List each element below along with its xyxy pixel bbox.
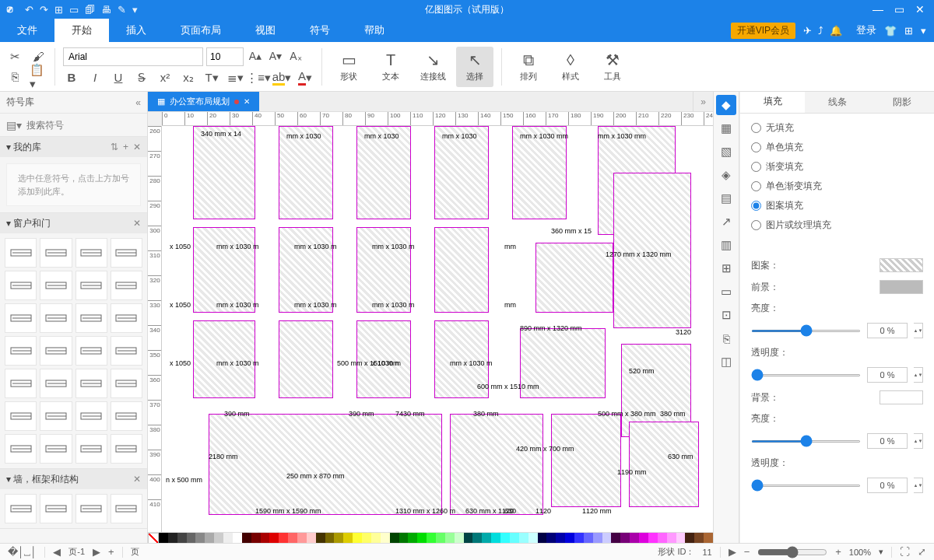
color-swatch[interactable] (195, 533, 205, 543)
color-swatch[interactable] (168, 533, 177, 543)
document-tab[interactable]: ▦ 办公室布局规划 ✕ (148, 92, 259, 111)
shape-thumb[interactable] (40, 369, 72, 398)
bold-icon[interactable]: B (63, 69, 80, 86)
floorplan-shape[interactable] (629, 422, 699, 507)
background-swatch[interactable] (880, 390, 923, 404)
fill-option-1[interactable]: 单色填充 (751, 141, 923, 154)
page-width-icon[interactable]: �│⎵│ (8, 546, 37, 558)
floorplan-shape[interactable] (193, 126, 255, 219)
color-swatch[interactable] (223, 533, 233, 543)
color-swatch[interactable] (685, 533, 694, 543)
floorplan-shape[interactable] (535, 243, 613, 313)
opacity2-spinner[interactable]: ▲▼ (914, 478, 923, 493)
shape-tool-button[interactable]: ▭形状 (330, 47, 367, 87)
menu-6[interactable]: 帮助 (347, 19, 402, 42)
shape-thumb[interactable] (5, 401, 37, 431)
fit-page-icon[interactable]: ⛶ (900, 546, 910, 558)
underline-icon[interactable]: U (110, 69, 127, 86)
color-swatch[interactable] (427, 533, 436, 543)
color-swatch[interactable] (630, 533, 639, 543)
color-swatch[interactable] (436, 533, 445, 543)
shape-thumb[interactable] (75, 336, 107, 366)
color-swatch[interactable] (704, 533, 713, 543)
floorplan-shape[interactable] (209, 414, 442, 515)
right-strip-btn-1[interactable]: ▦ (716, 118, 736, 138)
superscript-icon[interactable]: x² (156, 69, 174, 86)
zoom-value[interactable]: 100% (849, 548, 871, 557)
color-swatch[interactable] (371, 533, 381, 543)
color-swatch[interactable] (334, 533, 343, 543)
color-swatch[interactable] (455, 533, 464, 543)
close-icon[interactable]: ✕ (133, 474, 141, 485)
prop-tab-2[interactable]: 阴影 (869, 92, 934, 113)
floorplan-shape[interactable] (434, 227, 489, 313)
color-swatch[interactable] (565, 533, 574, 543)
right-strip-btn-8[interactable]: ▭ (716, 282, 736, 302)
brightness-spinner[interactable]: ▲▼ (914, 323, 923, 338)
shape-thumb[interactable] (40, 336, 72, 366)
floorplan-shape[interactable] (356, 126, 411, 219)
right-strip-btn-5[interactable]: ↗ (716, 212, 736, 232)
color-swatch[interactable] (546, 533, 556, 543)
shape-thumb[interactable] (40, 434, 72, 464)
grid-icon[interactable]: ⊞ (904, 25, 913, 37)
topbar-icon-1[interactable]: ⤴ (818, 25, 823, 37)
right-strip-btn-4[interactable]: ▤ (716, 188, 736, 208)
login-link[interactable]: 登录 (856, 23, 876, 37)
right-strip-btn-11[interactable]: ◫ (716, 352, 736, 372)
fullscreen-icon[interactable]: ⤢ (918, 546, 926, 558)
brightness2-value[interactable]: 0 % (867, 433, 908, 449)
color-swatch[interactable] (445, 533, 455, 543)
shape-thumb[interactable] (40, 401, 72, 431)
brightness2-slider[interactable] (751, 440, 861, 443)
color-swatch[interactable] (269, 533, 279, 543)
topbar-icon-2[interactable]: 🔔 (830, 25, 842, 37)
color-swatch[interactable] (390, 533, 399, 543)
color-swatch[interactable] (639, 533, 648, 543)
increase-font-icon[interactable]: A▴ (247, 47, 264, 65)
color-swatch[interactable] (593, 533, 602, 543)
foreground-swatch[interactable] (880, 280, 923, 294)
color-swatch[interactable] (233, 533, 242, 543)
right-strip-btn-9[interactable]: ⊡ (716, 305, 736, 325)
color-swatch[interactable] (205, 533, 214, 543)
collapse-left-icon[interactable]: « (135, 97, 141, 108)
color-swatch[interactable] (500, 533, 510, 543)
font-family-select[interactable] (63, 47, 203, 66)
subscript-icon[interactable]: x₂ (180, 69, 197, 86)
style-button[interactable]: ◊样式 (552, 47, 589, 87)
shape-thumb[interactable] (111, 494, 142, 523)
shape-thumb[interactable] (40, 494, 72, 523)
opacity2-value[interactable]: 0 % (867, 478, 908, 493)
menu-0[interactable]: 文件 (0, 19, 54, 42)
shape-thumb[interactable] (5, 271, 37, 300)
qat-icon-3[interactable]: ▭ (69, 4, 79, 16)
add-icon[interactable]: + (123, 142, 128, 152)
color-swatch[interactable] (528, 533, 538, 543)
qat-icon-2[interactable]: ⊞ (54, 4, 63, 16)
connector-tool-button[interactable]: ↘连接线 (414, 47, 451, 87)
color-swatch[interactable] (658, 533, 667, 543)
menu-1[interactable]: 开始 (54, 19, 109, 42)
right-strip-btn-3[interactable]: ◈ (716, 165, 736, 185)
shape-thumb[interactable] (5, 369, 37, 398)
topbar-icon-0[interactable]: ✈ (803, 25, 812, 37)
text-tool-button[interactable]: T文本 (372, 47, 409, 87)
shape-thumb[interactable] (111, 434, 142, 464)
vip-button[interactable]: 开通VIP会员 (731, 23, 795, 39)
color-swatch[interactable] (242, 533, 251, 543)
text-case-icon[interactable]: T▾ (203, 69, 220, 86)
close-window-icon[interactable]: ✕ (915, 3, 925, 16)
fill-option-3[interactable]: 单色渐变填充 (751, 180, 923, 193)
windows-doors-section[interactable]: ▾ 窗户和门 ✕ (0, 213, 147, 233)
color-swatch[interactable] (288, 533, 297, 543)
qat-icon-1[interactable]: ↷ (40, 4, 48, 16)
paste-icon[interactable]: 📋▾ (30, 68, 47, 86)
color-swatch[interactable] (316, 533, 325, 543)
brightness-slider[interactable] (751, 330, 861, 332)
shape-thumb[interactable] (5, 238, 37, 268)
color-swatch[interactable] (510, 533, 519, 543)
shape-thumb[interactable] (40, 303, 72, 333)
shape-thumb[interactable] (75, 238, 107, 268)
expand-right-icon[interactable]: » (693, 92, 713, 111)
